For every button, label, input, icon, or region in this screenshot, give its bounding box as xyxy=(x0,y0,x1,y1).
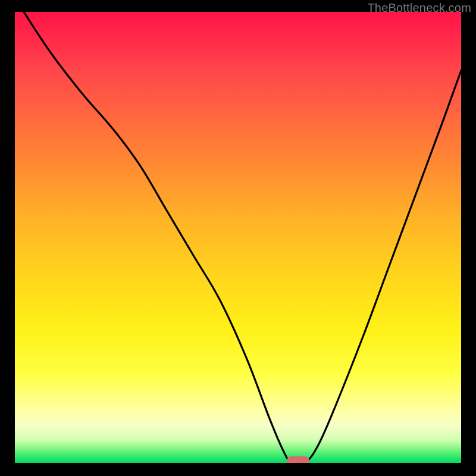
chart-container: TheBottleneck.com xyxy=(0,0,476,476)
min-marker xyxy=(287,456,309,463)
curve-svg xyxy=(15,12,461,463)
plot-area xyxy=(15,12,461,463)
bottleneck-curve xyxy=(24,12,461,463)
